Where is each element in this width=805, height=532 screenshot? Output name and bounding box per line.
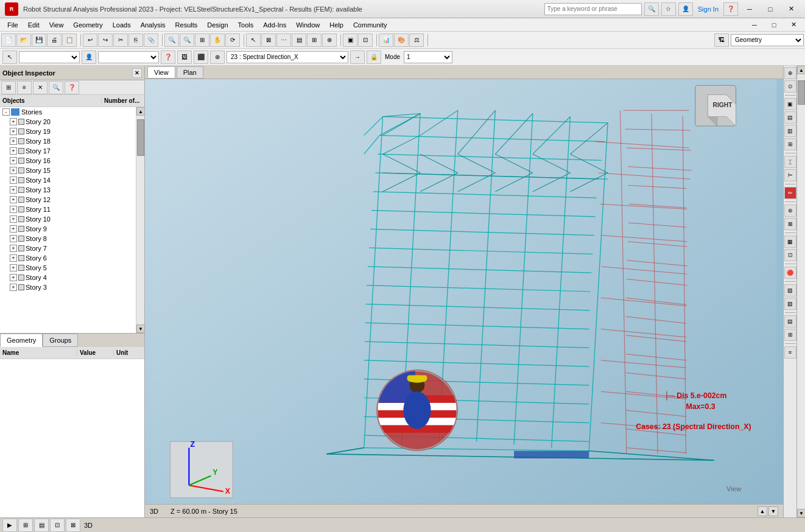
rp-btn-16[interactable]: ▨ [784,298,796,310]
selection-combo[interactable] [19,51,80,63]
view-scroll-up-btn[interactable]: ▲ [758,506,767,516]
rp-btn-6[interactable]: ⊞ [784,138,796,150]
rp-btn-19[interactable]: ≡ [784,346,796,359]
expand-story-6[interactable]: + [10,254,17,262]
rp-btn-4[interactable]: ▤ [784,111,796,124]
expand-story-7[interactable]: + [10,245,17,252]
tree-story-9[interactable]: + Story 9 [0,224,136,234]
tree-story-3[interactable]: + Story 3 [0,282,136,292]
tab-view[interactable]: View [147,66,175,79]
scroll-up-btn[interactable]: ▲ [797,66,805,74]
rp-btn-9[interactable]: ✏ [784,187,796,199]
tb-redo[interactable]: ↪ [98,33,113,47]
menu-results[interactable]: Results [170,18,203,32]
expand-story-10[interactable]: + [10,215,17,223]
close-btn[interactable]: ✕ [782,3,800,15]
rp-btn-14[interactable]: 🔴 [784,267,796,279]
rp-btn-2[interactable]: ⊙ [784,80,796,93]
expand-story-3[interactable]: + [10,284,17,291]
oi-help-btn[interactable]: ❓ [65,81,79,94]
tree-story-19[interactable]: + Story 19 [0,127,136,136]
tb-rotate[interactable]: ⟳ [225,33,240,47]
member-combo[interactable] [98,51,159,63]
tree-story-13[interactable]: + Story 13 [0,185,136,195]
tb-print[interactable]: 🖨 [47,33,62,47]
expand-stories[interactable]: - [2,108,10,116]
expand-story-9[interactable]: + [10,225,17,233]
tb-save[interactable]: 💾 [32,33,46,47]
tb-render[interactable]: ▣ [343,33,357,47]
rp-btn-11[interactable]: ⊠ [784,218,796,230]
rp-btn-10[interactable]: ⊛ [784,205,796,217]
menu-min-btn[interactable]: ─ [745,19,764,31]
scroll-down-btn[interactable]: ▼ [797,509,805,517]
tb-zoom-out[interactable]: 🔍 [180,33,194,47]
menu-design[interactable]: Design [202,18,233,32]
search-icon-btn[interactable]: 🔍 [644,2,659,16]
tree-story-6[interactable]: + Story 6 [0,253,136,263]
tb-wire[interactable]: ⊡ [358,33,373,47]
tb-grid[interactable]: ⊞ [307,33,322,47]
tb-paste[interactable]: 📎 [144,33,158,47]
oi-scroll-thumb[interactable] [137,119,144,156]
load-case-combo[interactable]: 23 : Spectral Direction_X [227,51,348,63]
expand-story-11[interactable]: + [10,206,17,213]
bt-btn1[interactable]: ▶ [2,519,17,532]
menu-analysis[interactable]: Analysis [136,18,170,32]
tb-layers[interactable]: ▤ [292,33,306,47]
rp-btn-5[interactable]: ▥ [784,125,796,137]
tb-print2[interactable]: 📋 [62,33,77,47]
tab-groups[interactable]: Groups [43,334,78,347]
menu-geometry[interactable]: Geometry [68,18,107,32]
bt-btn5[interactable]: ⊠ [66,519,80,532]
expand-story-19[interactable]: + [10,128,17,135]
tb-undo[interactable]: ↩ [83,33,97,47]
tree-story-18[interactable]: + Story 18 [0,136,136,146]
oi-close-btn[interactable]: ✕ [132,68,142,78]
tree-story-17[interactable]: + Story 17 [0,146,136,156]
tb-deselect[interactable]: ⊠ [261,33,276,47]
expand-story-17[interactable]: + [10,147,17,155]
oi-search-btn[interactable]: 🔍 [49,81,63,94]
tab-geometry[interactable]: Geometry [0,334,43,347]
tb2-3d[interactable]: ⬛ [194,51,208,64]
expand-story-4[interactable]: + [10,274,17,281]
tb-filter[interactable]: ⋯ [276,33,291,47]
rp-btn-12[interactable]: ▦ [784,236,796,248]
tab-plan[interactable]: Plan [177,66,203,79]
rp-btn-15[interactable]: ▧ [784,284,796,296]
oi-scroll-down[interactable]: ▼ [136,324,144,333]
oi-filter2-btn[interactable]: ≡ [17,81,32,94]
geometry-combo[interactable]: Geometry [731,34,804,46]
bt-btn2[interactable]: ⊞ [18,519,33,532]
tb-open[interactable]: 📂 [16,33,31,47]
expand-story-12[interactable]: + [10,196,17,203]
tb-results-icon[interactable]: 📊 [379,33,393,47]
oi-filter-btn[interactable]: ⊞ [1,81,16,94]
rp-btn-1[interactable]: ⊕ [784,67,796,79]
menu-edit[interactable]: Edit [23,18,44,32]
menu-loads[interactable]: Loads [108,18,136,32]
tb-snap[interactable]: ⊕ [322,33,337,47]
menu-view[interactable]: View [44,18,69,32]
rp-btn-17[interactable]: ▤ [784,315,796,327]
maximize-btn[interactable]: □ [761,3,779,15]
tb2-user[interactable]: 👤 [82,51,96,64]
expand-story-8[interactable]: + [10,235,17,242]
expand-story-18[interactable]: + [10,138,17,145]
tb-new[interactable]: 📄 [1,33,16,47]
tree-story-7[interactable]: + Story 7 [0,243,136,253]
tb-cut[interactable]: ✂ [113,33,128,47]
tb-scale[interactable]: ⚖ [409,33,424,47]
rp-btn-3[interactable]: ▣ [784,98,796,110]
oi-scroll-up[interactable]: ▲ [136,107,144,116]
tree-story-15[interactable]: + Story 15 [0,166,136,175]
tb-select[interactable]: ↖ [246,33,261,47]
tb-geo-icon[interactable]: 🏗 [714,33,729,47]
tree-story-10[interactable]: + Story 10 [0,214,136,224]
search-input[interactable] [544,3,642,15]
rp-btn-18[interactable]: ⊞ [784,329,796,341]
tb-contour[interactable]: 🎨 [394,33,409,47]
tb2-load[interactable]: ⊕ [210,51,225,64]
tb-pan[interactable]: ✋ [210,33,225,47]
